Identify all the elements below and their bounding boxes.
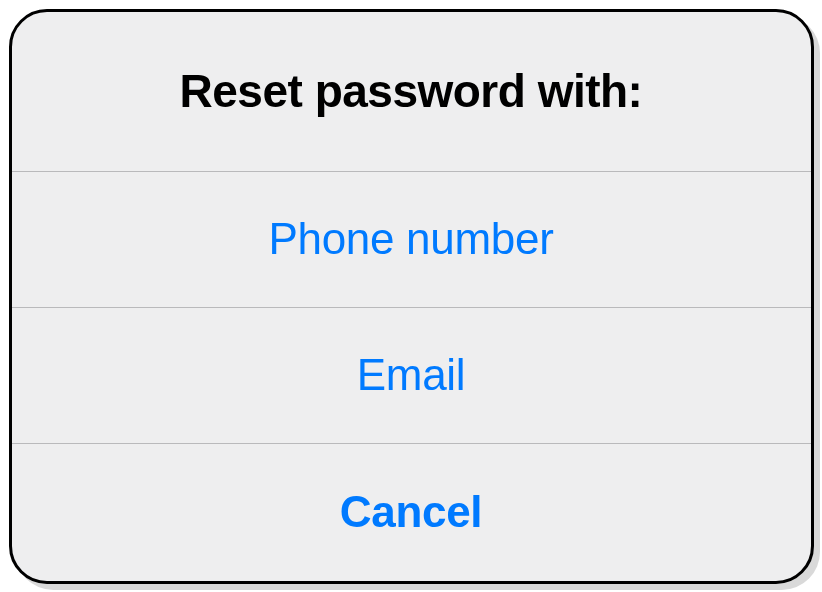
option-label: Email bbox=[357, 350, 466, 400]
option-phone-number[interactable]: Phone number bbox=[12, 172, 811, 308]
cancel-label: Cancel bbox=[340, 487, 483, 537]
dialog-title: Reset password with: bbox=[180, 64, 643, 118]
dialog-header: Reset password with: bbox=[12, 12, 811, 172]
option-email[interactable]: Email bbox=[12, 308, 811, 444]
action-sheet: Reset password with: Phone number Email … bbox=[9, 9, 814, 584]
option-label: Phone number bbox=[268, 214, 553, 264]
cancel-button[interactable]: Cancel bbox=[12, 444, 811, 581]
